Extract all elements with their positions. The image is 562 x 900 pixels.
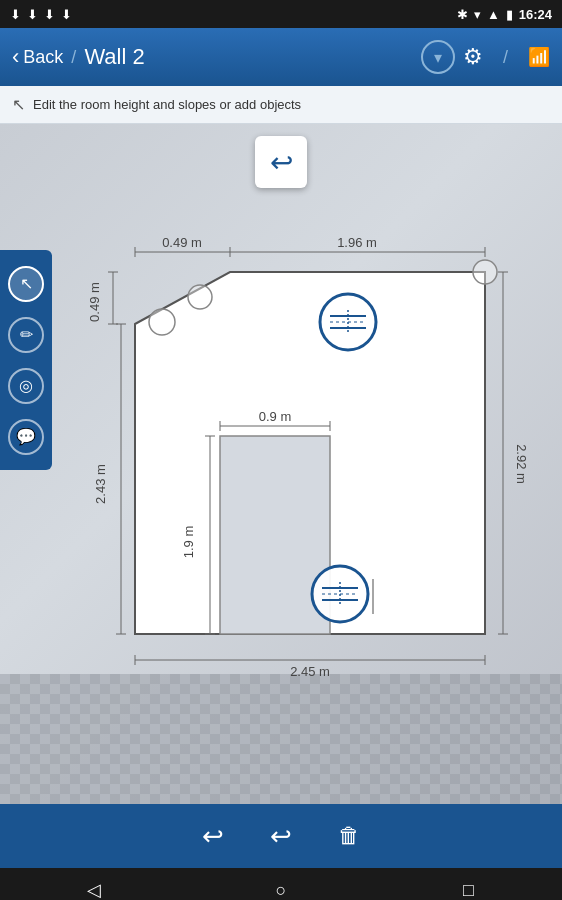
android-home-button[interactable]: ○ [259,868,303,900]
svg-text:0.49 m: 0.49 m [87,282,102,322]
svg-point-33 [188,285,212,309]
android-home-icon: ○ [276,880,287,901]
android-back-button[interactable]: ◁ [72,868,116,900]
svg-text:0.9 m: 0.9 m [259,409,292,424]
download-icon-2: ⬇ [27,7,38,22]
svg-text:1.9 m: 1.9 m [181,526,196,559]
back-label: Back [23,47,63,68]
back-arrow-icon: ‹ [12,44,19,70]
cursor-icon: ↖ [12,95,25,114]
page-title: Wall 2 [84,44,421,70]
status-left-icons: ⬇ ⬇ ⬇ ⬇ [10,7,72,22]
time-display: 16:24 [519,7,552,22]
svg-text:1.96 m: 1.96 m [337,235,377,250]
settings-icon[interactable]: ⚙ [463,44,483,70]
undo-top-icon: ↩ [270,146,293,179]
delete-button[interactable]: 🗑 [327,814,371,858]
main-canvas: ↩ ↖ ✏ ◎ 💬 0.49 m 1.96 m 0.49 m [0,124,562,804]
svg-text:2.43 m: 2.43 m [93,464,108,504]
left-sidebar: ↖ ✏ ◎ 💬 [0,250,52,470]
download-icon-4: ⬇ [61,7,72,22]
nav-bar: ‹ Back / Wall 2 ▾ ⚙ / 📶 [0,28,562,86]
undo-top-button[interactable]: ↩ [255,136,307,188]
back-button[interactable]: ‹ Back [12,44,63,70]
wall-diagram: 0.49 m 1.96 m 0.49 m 2.92 m 2.43 m 2.45 … [55,204,535,764]
svg-point-35 [473,260,497,284]
delete-icon: 🗑 [338,823,360,849]
cursor-tool-icon: ↖ [20,274,33,293]
shapes-icon: ◎ [19,376,33,395]
redo-icon: ↩ [270,821,292,852]
wifi-icon: ▾ [474,7,481,22]
bluetooth-nav-icon[interactable]: 📶 [528,46,550,68]
battery-icon: ▮ [506,7,513,22]
comment-icon: 💬 [16,427,36,446]
android-recent-button[interactable]: □ [446,868,490,900]
status-bar: ⬇ ⬇ ⬇ ⬇ ✱ ▾ ▲ ▮ 16:24 [0,0,562,28]
pencil-icon: ✏ [20,325,33,344]
nav-separator-2: / [503,47,508,68]
svg-point-34 [149,309,175,335]
svg-text:2.45 m: 2.45 m [290,664,330,679]
nav-separator-1: / [71,47,76,68]
bottom-toolbar: ↩ ↩ 🗑 [0,804,562,868]
dropdown-icon: ▾ [434,48,442,67]
sidebar-comment-button[interactable]: 💬 [8,419,44,455]
android-nav-bar: ◁ ○ □ [0,868,562,900]
undo-button[interactable]: ↩ [191,814,235,858]
nav-right-icons: ⚙ / 📶 [463,44,550,70]
sidebar-shapes-button[interactable]: ◎ [8,368,44,404]
dropdown-button[interactable]: ▾ [421,40,455,74]
download-icon-3: ⬇ [44,7,55,22]
signal-icon: ▲ [487,7,500,22]
android-back-icon: ◁ [87,879,101,900]
sidebar-draw-button[interactable]: ✏ [8,317,44,353]
download-icon-1: ⬇ [10,7,21,22]
instruction-text: Edit the room height and slopes or add o… [33,97,301,112]
status-right-icons: ✱ ▾ ▲ ▮ 16:24 [457,7,552,22]
undo-icon: ↩ [202,821,224,852]
sidebar-select-button[interactable]: ↖ [8,266,44,302]
android-recent-icon: □ [463,880,474,901]
svg-text:0.49 m: 0.49 m [162,235,202,250]
bluetooth-icon: ✱ [457,7,468,22]
svg-text:2.92 m: 2.92 m [514,444,529,484]
redo-button[interactable]: ↩ [259,814,303,858]
instruction-bar: ↖ Edit the room height and slopes or add… [0,86,562,124]
